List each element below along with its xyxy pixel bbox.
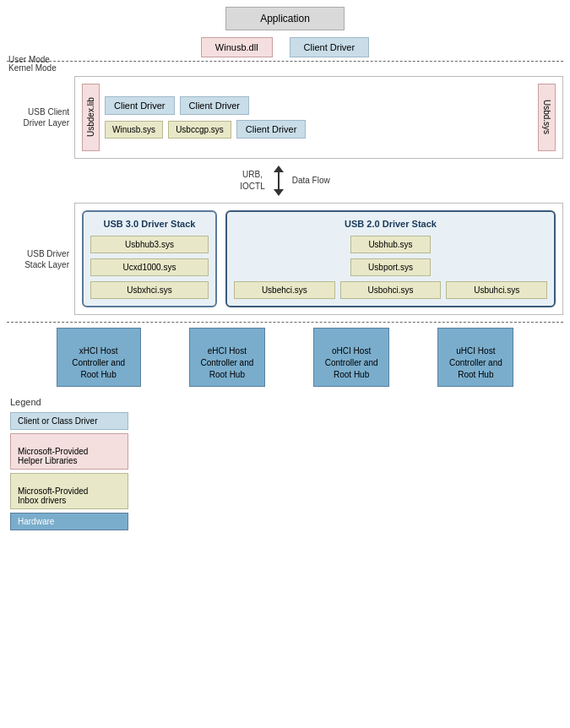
urb-ioctl-label: URB, IOCTL xyxy=(240,169,264,193)
diagram-container: Application Winusb.dll Client Driver Use… xyxy=(0,0,570,537)
usbxhci-label: Usbxhci.sys xyxy=(127,285,171,295)
flow-row: URB, IOCTL Data Flow xyxy=(7,166,563,196)
xhci-label: xHCI Host Controller and Root Hub xyxy=(72,346,125,379)
legend-section: Legend Client or Class Driver Microsoft-… xyxy=(10,397,563,530)
legend-ms-helper: Microsoft-Provided Helper Libraries xyxy=(10,433,128,470)
winusb-dll-label: Winusb.dll xyxy=(215,42,258,52)
usb-client-section: USB Client Driver Layer Usbdex.lib Clien… xyxy=(7,76,563,159)
client-driver-3-box: Client Driver xyxy=(236,120,307,139)
usbohci-box: Usbohci.sys xyxy=(340,281,442,299)
legend-ms-inbox-box: Microsoft-Provided Inbox drivers xyxy=(10,473,128,509)
usbehci-box: Usbehci.sys xyxy=(234,281,335,299)
driver-stack-layer-label: USB Driver Stack Layer xyxy=(7,203,74,315)
usbhub3-box: Usbhub3.sys xyxy=(90,236,209,253)
client-driver-1-label: Client Driver xyxy=(114,101,166,111)
uhci-box: uHCI Host Controller and Root Hub xyxy=(437,328,513,387)
data-flow-label: Data Flow xyxy=(292,175,330,187)
application-box: Application xyxy=(225,7,345,30)
usb-client-layer-label: USB Client Driver Layer xyxy=(7,76,74,159)
usb3-items: Usbhub3.sys Ucxd1000.sys Usbxhci.sys xyxy=(90,236,209,299)
client-driver-3-label: Client Driver xyxy=(246,124,297,134)
client-layer-box: Usbdex.lib Client Driver Client Driver xyxy=(74,76,563,159)
user-mode-divider: User Mode xyxy=(7,61,563,62)
usb3-stack: USB 3.0 Driver Stack Usbhub3.sys Ucxd100… xyxy=(82,210,217,307)
usbuhci-label: Usbuhci.sys xyxy=(474,285,519,295)
legend-ms-helper-box: Microsoft-Provided Helper Libraries xyxy=(10,433,128,470)
usbd-box: Usbd.sys xyxy=(538,84,556,151)
ohci-label: oHCI Host Controller and Root Hub xyxy=(325,346,378,379)
usbhub3-label: Usbhub3.sys xyxy=(125,240,174,249)
usb2-bottom: Usbehci.sys Usbohci.sys Usbuhci.sys xyxy=(234,281,547,299)
usbd-label: Usbd.sys xyxy=(542,100,551,134)
client-center: Client Driver Client Driver Winusb.sys U… xyxy=(105,96,533,139)
usbhub-label: Usbhub.sys xyxy=(368,240,412,249)
hci-row: xHCI Host Controller and Root Hub eHCI H… xyxy=(7,328,563,387)
winusb-dll-box: Winusb.dll xyxy=(201,37,273,57)
client-driver-2-box: Client Driver xyxy=(180,96,250,115)
usbhub-box: Usbhub.sys xyxy=(350,236,430,253)
usbport-box: Usbport.sys xyxy=(350,258,431,276)
usbdex-label: Usbdex.lib xyxy=(86,98,95,138)
usbccgp-box: Usbccgp.sys xyxy=(168,121,231,139)
client-bottom-row: Winusb.sys Usbccgp.sys Client Driver xyxy=(105,120,533,139)
ehci-label: eHCI Host Controller and Root Hub xyxy=(200,346,253,379)
ucxd1000-box: Ucxd1000.sys xyxy=(90,258,209,276)
bidirectional-arrow xyxy=(274,166,284,196)
uhci-label: uHCI Host Controller and Root Hub xyxy=(449,346,502,379)
usbport-label: Usbport.sys xyxy=(368,263,413,272)
usbdex-box: Usbdex.lib xyxy=(82,84,100,151)
arrow-down-icon xyxy=(274,189,284,196)
arrow-up-icon xyxy=(274,166,284,172)
client-driver-2-label: Client Driver xyxy=(189,101,241,111)
usbehci-label: Usbehci.sys xyxy=(262,285,307,295)
client-driver-top-box: Client Driver xyxy=(290,37,370,57)
winusb-sys-box: Winusb.sys xyxy=(105,121,163,139)
legend-hardware-box: Hardware xyxy=(10,513,128,530)
ohci-box: oHCI Host Controller and Root Hub xyxy=(313,328,389,387)
usb2-inner: Usbhub.sys Usbport.sys Usbehci.sys xyxy=(234,236,547,299)
usbuhci-box: Usbuhci.sys xyxy=(446,281,547,299)
usb3-title: USB 3.0 Driver Stack xyxy=(90,219,209,229)
xhci-box: xHCI Host Controller and Root Hub xyxy=(57,328,141,387)
client-layer-inner: Usbdex.lib Client Driver Client Driver xyxy=(82,84,556,151)
hci-divider xyxy=(7,322,563,323)
application-label: Application xyxy=(260,13,310,24)
legend-items: Client or Class Driver Microsoft-Provide… xyxy=(10,412,563,530)
client-driver-top-label: Client Driver xyxy=(304,42,356,52)
legend-ms-helper-label: Microsoft-Provided Helper Libraries xyxy=(18,447,88,465)
winusb-sys-label: Winusb.sys xyxy=(112,125,155,134)
usbccgp-label: Usbccgp.sys xyxy=(176,125,224,134)
app-row: Application xyxy=(7,7,563,30)
arrow-line xyxy=(278,172,280,189)
winusb-row: Winusb.dll Client Driver xyxy=(7,37,563,57)
usbxhci-box: Usbxhci.sys xyxy=(90,281,209,299)
user-mode-label: User Mode xyxy=(8,55,50,64)
legend-hardware-label: Hardware xyxy=(18,517,54,526)
usbohci-label: Usbohci.sys xyxy=(368,285,414,295)
usb2-stack: USB 2.0 Driver Stack Usbhub.sys Usbport.… xyxy=(225,210,556,307)
client-driver-1-box: Client Driver xyxy=(105,96,175,115)
legend-title: Legend xyxy=(10,397,563,407)
legend-ms-inbox: Microsoft-Provided Inbox drivers xyxy=(10,473,128,509)
legend-client-label: Client or Class Driver xyxy=(18,416,97,426)
usb2-title: USB 2.0 Driver Stack xyxy=(234,219,547,229)
kernel-mode-label: Kernel Mode xyxy=(8,63,563,73)
ucxd1000-label: Ucxd1000.sys xyxy=(123,263,176,272)
stack-outer: USB 3.0 Driver Stack Usbhub3.sys Ucxd100… xyxy=(74,203,563,315)
driver-stack-section: USB Driver Stack Layer USB 3.0 Driver St… xyxy=(7,203,563,315)
legend-ms-inbox-label: Microsoft-Provided Inbox drivers xyxy=(18,486,88,505)
legend-hardware: Hardware xyxy=(10,513,128,530)
legend-client-box: Client or Class Driver xyxy=(10,412,128,430)
usb2-top: Usbhub.sys Usbport.sys xyxy=(234,236,547,276)
legend-client-class: Client or Class Driver xyxy=(10,412,128,430)
ehci-box: eHCI Host Controller and Root Hub xyxy=(189,328,265,387)
client-top-row: Client Driver Client Driver xyxy=(105,96,533,115)
